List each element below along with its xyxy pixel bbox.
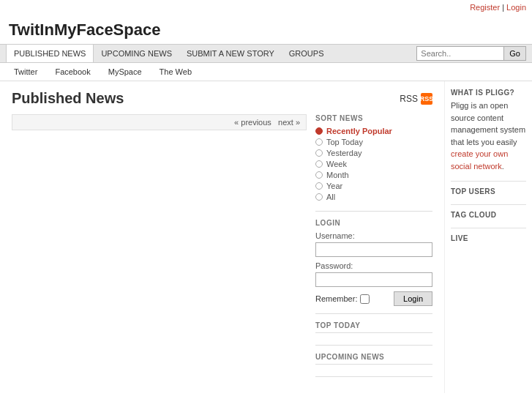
top-today-section: TOP TODAY	[315, 321, 432, 346]
tag-cloud-title: TAG CLOUD	[451, 211, 526, 219]
radio-all	[315, 193, 323, 201]
username-input[interactable]	[315, 242, 432, 257]
register-link[interactable]: Register	[470, 3, 500, 12]
top-bar: Register | Login	[0, 0, 532, 15]
main-content: Published News RSS RSS « previous next »…	[0, 81, 444, 393]
password-input[interactable]	[315, 272, 432, 287]
login-title: LOGIN	[315, 219, 432, 227]
sub-nav: Twitter Facebook MySpace The Web	[0, 63, 532, 81]
prev-page-link[interactable]: « previous	[234, 118, 271, 127]
page-title: Published News	[12, 90, 124, 107]
rss-area: RSS RSS	[400, 93, 432, 105]
top-users-title: TOP USERS	[451, 187, 526, 195]
subnav-myspace[interactable]: MySpace	[100, 63, 150, 81]
upcoming-news-title: UPCOMING NEWS	[315, 353, 432, 365]
what-is-pligg-section: WHAT IS PLIGG? Pligg is an open source c…	[451, 89, 526, 172]
sort-label-month: Month	[326, 171, 349, 179]
rss-label: RSS	[400, 94, 418, 104]
search-input[interactable]	[416, 46, 504, 61]
username-label: Username:	[315, 231, 432, 240]
sort-week[interactable]: Week	[315, 160, 432, 168]
sort-label-year: Year	[326, 182, 342, 190]
pligg-desc-text2: .	[502, 162, 504, 171]
subnav-facebook[interactable]: Facebook	[47, 63, 98, 81]
page: Published News RSS RSS « previous next »…	[0, 81, 532, 393]
pagination-bar: « previous next »	[12, 114, 307, 130]
radio-month	[315, 171, 323, 179]
live-title: LIVE	[451, 234, 526, 242]
sort-month[interactable]: Month	[315, 171, 432, 179]
next-page-link[interactable]: next »	[278, 118, 300, 127]
radio-year	[315, 182, 323, 190]
nav-published-news[interactable]: PUBLISHED NEWS	[6, 45, 94, 62]
what-is-pligg-body: Pligg is an open source content manageme…	[451, 100, 526, 172]
top-users-section: TOP USERS	[451, 187, 526, 195]
sort-label-all: All	[326, 193, 335, 201]
sort-section: SORT NEWS Recently Popular Top Today Yes…	[315, 114, 432, 212]
top-today-title: TOP TODAY	[315, 321, 432, 333]
search-button[interactable]: Go	[504, 46, 526, 61]
sort-title: SORT NEWS	[315, 114, 432, 122]
sort-yesterday[interactable]: Yesterday	[315, 149, 432, 157]
sidebar-divider-1	[451, 181, 526, 182]
password-label: Password:	[315, 261, 432, 270]
radio-top-today	[315, 138, 323, 146]
sort-recently-popular[interactable]: Recently Popular	[315, 127, 432, 135]
sort-label-top-today: Top Today	[326, 138, 363, 146]
upcoming-news-section: UPCOMING NEWS	[315, 353, 432, 377]
nav-upcoming-news[interactable]: UPCOMING NEWS	[94, 45, 179, 62]
login-link[interactable]: Login	[506, 3, 526, 12]
page-title-row: Published News RSS RSS	[12, 90, 432, 107]
remember-checkbox[interactable]	[360, 294, 370, 304]
main-nav: PUBLISHED NEWS UPCOMING NEWS SUBMIT A NE…	[0, 44, 532, 63]
what-is-pligg-title: WHAT IS PLIGG?	[451, 89, 526, 97]
live-section: LIVE	[451, 234, 526, 242]
sort-label-week: Week	[326, 160, 347, 168]
login-button[interactable]: Login	[394, 291, 432, 306]
sort-year[interactable]: Year	[315, 182, 432, 190]
site-title: TwitInMyFaceSpace	[0, 15, 532, 44]
sort-label-recently-popular: Recently Popular	[326, 127, 392, 135]
login-section: LOGIN Username: Password: Remember: Logi…	[315, 219, 432, 314]
radio-week	[315, 160, 323, 168]
sort-label-yesterday: Yesterday	[326, 149, 362, 157]
radio-yesterday	[315, 149, 323, 157]
pligg-desc-text1: Pligg is an open source content manageme…	[451, 101, 525, 146]
remember-label: Remember:	[315, 294, 357, 303]
subnav-theweb[interactable]: The Web	[151, 63, 200, 81]
tag-cloud-section: TAG CLOUD	[451, 211, 526, 219]
remember-row: Remember: Login	[315, 291, 432, 306]
search-area: Go	[416, 46, 526, 61]
right-sidebar: WHAT IS PLIGG? Pligg is an open source c…	[444, 81, 532, 393]
create-social-network-link[interactable]: create your own social network	[451, 149, 508, 171]
content-area: « previous next » SORT NEWS Recently Pop…	[12, 114, 432, 384]
separator: |	[502, 3, 504, 12]
radio-recently-popular	[315, 127, 323, 135]
sidebar-divider-2	[451, 204, 526, 205]
sort-all[interactable]: All	[315, 193, 432, 201]
sort-panel: SORT NEWS Recently Popular Top Today Yes…	[315, 114, 432, 384]
sort-top-today[interactable]: Top Today	[315, 138, 432, 146]
subnav-twitter[interactable]: Twitter	[6, 63, 45, 81]
rss-icon[interactable]: RSS	[421, 93, 432, 105]
nav-submit-story[interactable]: SUBMIT A NEW STORY	[179, 45, 282, 62]
articles-area: « previous next »	[12, 114, 307, 384]
sidebar-divider-3	[451, 228, 526, 228]
nav-groups[interactable]: GROUPS	[282, 45, 331, 62]
